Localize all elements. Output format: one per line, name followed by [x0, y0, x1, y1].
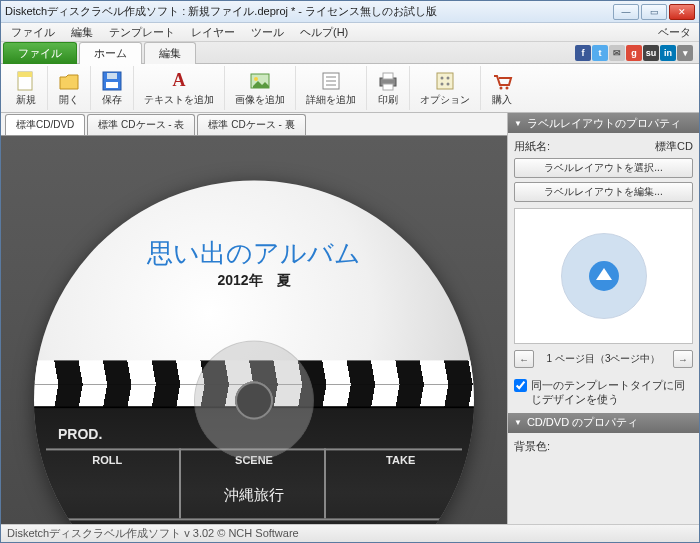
edit-layout-button[interactable]: ラベルレイアウトを編集...: [514, 182, 693, 202]
save-button[interactable]: 保存: [91, 66, 134, 110]
gplus-icon[interactable]: g: [626, 45, 642, 61]
addimage-label: 画像を追加: [235, 93, 285, 107]
paper-label: 用紙名:: [514, 139, 550, 154]
page-label: 1 ページ目（3ページ中）: [538, 352, 669, 366]
collapse-icon: ▼: [514, 418, 522, 427]
app-window: Disketchディスクラベル作成ソフト : 新規ファイル.deproj * -…: [0, 0, 700, 543]
buy-button[interactable]: 購入: [481, 66, 523, 110]
disc-title[interactable]: 思い出のアルバム: [34, 236, 474, 271]
page-prev-button[interactable]: ←: [514, 350, 534, 368]
svg-rect-14: [437, 73, 453, 89]
svg-point-18: [447, 82, 450, 85]
print-label: 印刷: [378, 93, 398, 107]
side-body-cddvd: 背景色:: [508, 433, 699, 460]
up-arrow-icon: [589, 261, 619, 291]
ribbon-tab-home[interactable]: ホーム: [79, 42, 142, 64]
disc-subtitle[interactable]: 2012年 夏: [34, 272, 474, 290]
social-icons: f t ✉ g su in ▾: [575, 45, 697, 63]
menu-template[interactable]: テンプレート: [101, 23, 183, 42]
svg-point-20: [506, 86, 509, 89]
new-label: 新規: [16, 93, 36, 107]
addimage-button[interactable]: 画像を追加: [225, 66, 296, 110]
clap-scene-text[interactable]: 沖縄旅行: [34, 487, 474, 506]
doctab-case-back[interactable]: 標準 CDケース - 裏: [197, 114, 305, 135]
svg-point-6: [254, 77, 258, 81]
doctab-cddvd[interactable]: 標準CD/DVD: [5, 114, 85, 135]
options-button[interactable]: オプション: [410, 66, 481, 110]
canvas-wrap: 標準CD/DVD 標準 CDケース - 表 標準 CDケース - 裏 思い出のア…: [1, 113, 507, 524]
clap-roll: ROLL: [34, 455, 181, 467]
statusbar: Disketchディスクラベル作成ソフト v 3.02 © NCH Softwa…: [1, 524, 699, 542]
options-label: オプション: [420, 93, 470, 107]
clap-hr2: [46, 519, 462, 521]
side-head-cddvd[interactable]: ▼CD/DVD のプロパティ: [508, 413, 699, 433]
disc-preview[interactable]: 思い出のアルバム 2012年 夏 PROD. ROLL SCENE: [34, 180, 474, 524]
menu-file[interactable]: ファイル: [3, 23, 63, 42]
linkedin-icon[interactable]: in: [660, 45, 676, 61]
twitter-icon[interactable]: t: [592, 45, 608, 61]
svg-rect-13: [383, 84, 393, 90]
side-panel: ▼ラベルレイアウトのプロパティ 用紙名: 標準CD ラベルレイアウトを選択...…: [507, 113, 699, 524]
svg-point-19: [500, 86, 503, 89]
clap-take: TAKE: [327, 455, 474, 467]
doctab-case-front[interactable]: 標準 CDケース - 表: [87, 114, 195, 135]
open-button[interactable]: 開く: [48, 66, 91, 110]
thumb-wrap: [514, 208, 693, 344]
disc-hub: [194, 340, 314, 460]
addtext-button[interactable]: A テキストを追加: [134, 66, 225, 110]
save-icon: [101, 70, 123, 92]
open-label: 開く: [59, 93, 79, 107]
menu-tool[interactable]: ツール: [243, 23, 292, 42]
minimize-button[interactable]: —: [613, 4, 639, 20]
close-button[interactable]: ✕: [669, 4, 695, 20]
svg-point-16: [447, 76, 450, 79]
pager: ← 1 ページ目（3ページ中） →: [514, 350, 693, 368]
stumble-icon[interactable]: su: [643, 45, 659, 61]
addtext-icon: A: [168, 70, 190, 92]
page-next-button[interactable]: →: [673, 350, 693, 368]
svg-rect-1: [18, 72, 32, 77]
toolbar: 新規 開く 保存 A テキストを追加 画像を追加 詳細を追加 印刷 オプション: [1, 64, 699, 113]
paper-row: 用紙名: 標準CD: [514, 139, 693, 154]
save-label: 保存: [102, 93, 122, 107]
same-design-checkbox[interactable]: 同一のテンプレートタイプに同じデザインを使う: [514, 378, 693, 407]
bg-label: 背景色:: [514, 439, 550, 454]
menu-help[interactable]: ヘルプ(H): [292, 23, 356, 42]
window-controls: — ▭ ✕: [613, 4, 695, 20]
adddetail-label: 詳細を追加: [306, 93, 356, 107]
facebook-icon[interactable]: f: [575, 45, 591, 61]
svg-rect-12: [383, 73, 393, 79]
svg-rect-4: [107, 73, 117, 79]
status-text: Disketchディスクラベル作成ソフト v 3.02 © NCH Softwa…: [7, 526, 299, 541]
bg-row: 背景色:: [514, 439, 693, 454]
same-design-input[interactable]: [514, 379, 527, 392]
print-button[interactable]: 印刷: [367, 66, 410, 110]
adddetail-button[interactable]: 詳細を追加: [296, 66, 367, 110]
buy-label: 購入: [492, 93, 512, 107]
menubar: ファイル 編集 テンプレート レイヤー ツール ヘルプ(H) ベータ: [1, 23, 699, 42]
maximize-button[interactable]: ▭: [641, 4, 667, 20]
menu-layer[interactable]: レイヤー: [183, 23, 243, 42]
side-head-layout[interactable]: ▼ラベルレイアウトのプロパティ: [508, 113, 699, 133]
mail-icon[interactable]: ✉: [609, 45, 625, 61]
buy-icon: [491, 70, 513, 92]
select-layout-button[interactable]: ラベルレイアウトを選択...: [514, 158, 693, 178]
window-title: Disketchディスクラベル作成ソフト : 新規ファイル.deproj * -…: [5, 4, 613, 19]
ribbon-tab-edit[interactable]: 編集: [144, 42, 196, 64]
titlebar: Disketchディスクラベル作成ソフト : 新規ファイル.deproj * -…: [1, 1, 699, 23]
work-area: 標準CD/DVD 標準 CDケース - 表 標準 CDケース - 裏 思い出のア…: [1, 113, 699, 524]
ribbon-tab-file[interactable]: ファイル: [3, 42, 77, 64]
side-body-layout: 用紙名: 標準CD ラベルレイアウトを選択... ラベルレイアウトを編集... …: [508, 133, 699, 413]
new-button[interactable]: 新規: [5, 66, 48, 110]
print-icon: [377, 70, 399, 92]
canvas[interactable]: 思い出のアルバム 2012年 夏 PROD. ROLL SCENE: [1, 135, 507, 524]
addtext-label: テキストを追加: [144, 93, 214, 107]
menu-edit[interactable]: 編集: [63, 23, 101, 42]
open-icon: [58, 70, 80, 92]
svg-rect-3: [106, 82, 118, 88]
ribbon-tabs: ファイル ホーム 編集 f t ✉ g su in ▾: [1, 42, 699, 64]
layout-thumb[interactable]: [561, 233, 647, 319]
side-head1-label: ラベルレイアウトのプロパティ: [527, 116, 681, 131]
adddetail-icon: [320, 70, 342, 92]
more-icon[interactable]: ▾: [677, 45, 693, 61]
